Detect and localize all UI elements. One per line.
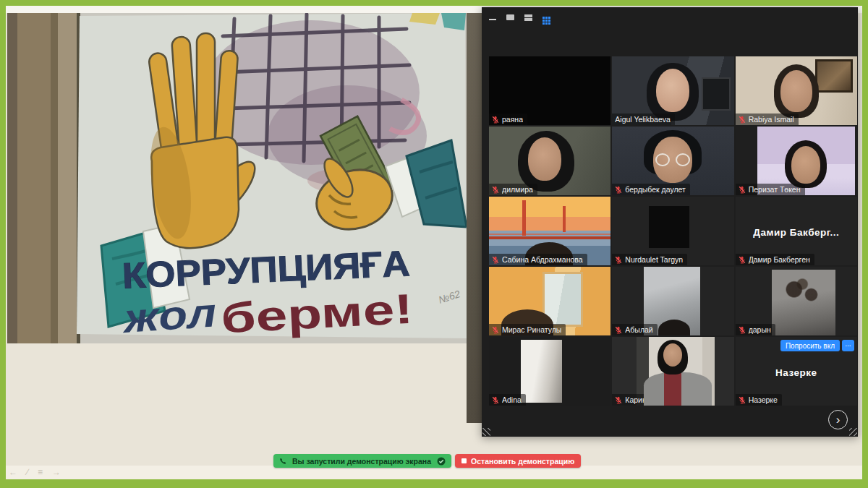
video-decoration xyxy=(772,270,835,335)
video-decoration xyxy=(815,59,853,93)
muted-mic-icon xyxy=(739,256,746,264)
muted-mic-icon xyxy=(492,326,499,334)
photo-right-edge xyxy=(467,13,483,423)
participant-name-text: Мирас Ринатулы xyxy=(502,325,561,334)
nav-pen-icon[interactable]: ∕ xyxy=(27,467,28,478)
sharing-status-pill: Вы запустили демонстрацию экрана xyxy=(273,454,451,468)
participants-grid: раяна Aigul Yelikbaeva xyxy=(489,56,857,406)
participant-name-label: Перизат Төкен xyxy=(736,184,805,195)
shared-screen-background: КОРРУПЦИЯҒА жол берме! №62 ← ∕ ≡ → Вы за… xyxy=(6,6,862,479)
check-icon xyxy=(437,457,446,466)
participant-name-label: Сабина Абдрахманова xyxy=(489,254,587,265)
participant-tile[interactable]: Rabiya Ismail xyxy=(736,56,857,125)
participant-name-label: дилмира xyxy=(489,184,537,195)
participant-name-label: Дамир Бакберген xyxy=(736,254,814,265)
participant-tile[interactable]: Aigul Yelikbaeva xyxy=(612,56,733,125)
phone-icon xyxy=(279,458,286,465)
participant-tile[interactable]: бердыбек даулет xyxy=(612,127,733,195)
participant-tile[interactable]: Карина xyxy=(612,337,733,406)
speaker-view-icon[interactable] xyxy=(506,14,514,20)
participant-display-name: Дамир Бакберг... xyxy=(736,227,857,238)
participant-name-text: Adina xyxy=(502,395,522,404)
participant-name-text: Дамир Бакберген xyxy=(749,255,810,264)
person-face xyxy=(663,343,682,367)
poster-drawing: КОРРУПЦИЯҒА жол берме! №62 xyxy=(7,13,467,343)
nav-back-icon[interactable]: ← xyxy=(9,467,17,478)
stop-sharing-label: Остановить демонстрацию xyxy=(471,457,574,466)
participant-tile[interactable]: Сабина Абдрахманова xyxy=(489,197,610,265)
muted-mic-icon xyxy=(492,256,499,264)
nav-forward-icon[interactable]: → xyxy=(52,467,61,478)
participant-name-text: Aigul Yelikbaeva xyxy=(615,115,670,124)
participant-name-text: Абылай xyxy=(625,325,652,334)
participant-name-text: раяна xyxy=(502,115,523,124)
zoom-video-panel: раяна Aigul Yelikbaeva xyxy=(482,7,858,437)
muted-mic-icon xyxy=(615,256,622,264)
muted-mic-icon xyxy=(615,396,622,404)
poster-photo: КОРРУПЦИЯҒА жол берме! №62 xyxy=(7,13,467,343)
participant-name-label: бердыбек даулет xyxy=(612,184,690,195)
minimize-icon[interactable] xyxy=(489,19,496,20)
participant-tile[interactable]: раяна xyxy=(489,56,610,125)
next-page-button[interactable]: › xyxy=(828,410,848,429)
participant-tile[interactable]: Дамир Бакберг... Дамир Бакберген xyxy=(736,197,857,265)
slideshow-nav-controls: ← ∕ ≡ → xyxy=(9,467,61,478)
ask-to-unmute-button[interactable]: Попросить вкл xyxy=(780,340,840,351)
more-options-button[interactable]: ... xyxy=(842,340,854,351)
strip-view-icon[interactable] xyxy=(524,14,532,21)
muted-mic-icon xyxy=(615,186,622,194)
participant-name-text: Rabiya Ismail xyxy=(749,115,794,124)
panel-window-controls xyxy=(489,12,545,22)
participant-name-text: бердыбек даулет xyxy=(625,185,686,194)
screen-share-toolbar: Вы запустили демонстрацию экрана Останов… xyxy=(273,454,581,468)
muted-mic-icon xyxy=(739,116,746,124)
participant-display-name: Назерке xyxy=(736,367,857,378)
tile-action-buttons: Попросить вкл ... xyxy=(780,340,854,351)
stop-sharing-button[interactable]: Остановить демонстрацию xyxy=(455,454,581,468)
muted-mic-icon xyxy=(492,116,499,124)
participant-name-label: Adina xyxy=(489,394,526,406)
muted-mic-icon xyxy=(492,186,499,194)
muted-mic-icon xyxy=(739,326,746,334)
person-face xyxy=(791,146,820,184)
participant-name-text: дарын xyxy=(749,325,771,334)
participant-name-text: Назерке xyxy=(749,395,778,404)
participant-name-text: дилмира xyxy=(502,185,533,194)
muted-mic-icon xyxy=(615,326,622,334)
stop-icon xyxy=(461,458,467,463)
participant-name-label: Rabiya Ismail xyxy=(736,114,799,125)
nav-menu-icon[interactable]: ≡ xyxy=(38,467,43,478)
poster-line2-word2: берме! xyxy=(220,285,414,342)
participant-tile[interactable]: дарын xyxy=(736,267,857,335)
participant-tile[interactable]: Nurdaulet Targyn xyxy=(612,197,733,265)
participant-tile[interactable]: Назерке Попросить вкл ... Назерке xyxy=(736,337,857,406)
video-decoration xyxy=(644,372,712,406)
participant-name-label: дарын xyxy=(736,324,775,335)
participant-name-text: Nurdaulet Targyn xyxy=(625,255,683,264)
participant-name-label: раяна xyxy=(489,114,527,125)
participant-name-label: Aigul Yelikbaeva xyxy=(612,114,674,125)
person-face xyxy=(780,70,812,112)
participant-tile[interactable]: Абылай xyxy=(612,267,733,335)
participant-tile[interactable]: Adina xyxy=(489,337,610,406)
participant-tile[interactable]: дилмира xyxy=(489,127,610,195)
muted-mic-icon xyxy=(739,186,746,194)
sharing-status-text: Вы запустили демонстрацию экрана xyxy=(292,457,431,466)
participant-name-label: Абылай xyxy=(612,324,657,335)
participant-tile[interactable]: Мирас Ринатулы xyxy=(489,267,610,335)
person-face xyxy=(656,69,689,112)
resize-handle-bottom-right[interactable] xyxy=(849,428,857,436)
participant-name-label: Мирас Ринатулы xyxy=(489,324,566,335)
video-decoration xyxy=(521,340,562,403)
participant-name-text: Перизат Төкен xyxy=(749,185,801,194)
participant-name-label: Назерке xyxy=(736,394,782,406)
gallery-view-icon[interactable] xyxy=(542,17,545,19)
poster-line2-word1: жол xyxy=(120,289,218,341)
muted-mic-icon xyxy=(739,396,746,404)
video-decoration xyxy=(702,77,731,111)
video-decoration xyxy=(649,206,689,248)
muted-mic-icon xyxy=(492,396,499,404)
resize-handle-bottom-left[interactable] xyxy=(482,428,490,436)
participant-tile[interactable]: Перизат Төкен xyxy=(736,127,857,195)
participant-name-label: Nurdaulet Targyn xyxy=(612,254,687,265)
